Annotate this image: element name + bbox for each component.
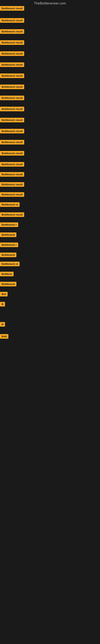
list-item[interactable]: Bottleneck result xyxy=(0,182,24,188)
list-item[interactable]: Bottleneck xyxy=(0,252,16,258)
list-item[interactable]: Bottleneck result xyxy=(0,84,24,90)
bottleneck-badge: Bottleneck result xyxy=(0,96,24,100)
list-item[interactable]: Bottleneck result xyxy=(0,51,24,57)
bottleneck-badge: Bottleneck result xyxy=(0,18,24,23)
site-title: TheBottlenecker.com xyxy=(0,0,100,7)
bottleneck-badge: Bottleneck result xyxy=(0,29,24,34)
list-item[interactable]: Bottleneck xyxy=(0,232,16,238)
bottleneck-badge: Bottleneck result xyxy=(0,129,24,134)
bottleneck-badge: Bottleneck r xyxy=(0,222,18,227)
bottleneck-badge: Bottleneck result xyxy=(0,140,24,144)
bottleneck-badge: Bottleneck re xyxy=(0,262,20,266)
list-item[interactable]: Bottleneck result xyxy=(0,62,24,68)
list-item[interactable]: Bottlene xyxy=(0,272,14,277)
bottleneck-badge: Bottlene xyxy=(0,272,14,276)
list-item[interactable]: Bottleneck result xyxy=(0,192,24,198)
bottleneck-badge: Bottleneck result xyxy=(0,172,24,177)
list-item[interactable]: Bott xyxy=(0,334,8,340)
list-item[interactable]: Bottleneck result xyxy=(0,40,24,46)
list-item[interactable]: Bottleneck r xyxy=(0,222,18,228)
list-item[interactable]: Bottleneck result xyxy=(0,212,24,218)
bottleneck-badge: Bottleneck result xyxy=(0,40,24,45)
list-item[interactable]: Bottleneck result xyxy=(0,96,24,101)
bottleneck-badge: Bottleneck result xyxy=(0,62,24,67)
bottleneck-badge: B xyxy=(0,322,5,327)
list-item[interactable]: Bottleneck result xyxy=(0,129,24,134)
bottleneck-badge: Bottleneck result xyxy=(0,84,24,89)
bottleneck-badge: Bottleneck result xyxy=(0,6,24,11)
list-item[interactable]: Bottleneck result xyxy=(0,107,24,112)
list-item[interactable]: Bottleneck re xyxy=(0,202,20,208)
list-item[interactable]: Bottleneck re xyxy=(0,262,20,267)
bottleneck-badge: Bottleneck result xyxy=(0,192,24,197)
list-item[interactable]: Bottleneck xyxy=(0,282,16,287)
list-item[interactable]: Bottleneck result xyxy=(0,151,24,156)
list-item[interactable]: Bottleneck result xyxy=(0,172,24,178)
bottleneck-badge: Bottleneck xyxy=(0,282,16,286)
list-item[interactable]: Bottleneck result xyxy=(0,18,24,24)
bottleneck-badge: Bot xyxy=(0,292,8,296)
list-item[interactable]: B xyxy=(0,322,5,328)
list-item[interactable]: Bottleneck result xyxy=(0,162,24,168)
list-item[interactable]: Bottleneck result xyxy=(0,29,24,34)
bottleneck-badge: Bottleneck result xyxy=(0,51,24,56)
bottleneck-badge: Bottleneck xyxy=(0,252,16,257)
list-item[interactable]: Bottleneck r xyxy=(0,242,18,248)
list-item[interactable]: Bot xyxy=(0,292,8,297)
list-item[interactable]: Bottleneck result xyxy=(0,140,24,145)
bottleneck-badge: Bottleneck result xyxy=(0,118,24,122)
bottleneck-badge: Bottleneck result xyxy=(0,151,24,156)
list-item[interactable]: Bottleneck result xyxy=(0,6,24,12)
bottleneck-badge: Bottleneck result xyxy=(0,182,24,187)
bottleneck-badge: Bottleneck r xyxy=(0,242,18,247)
bottleneck-badge: B xyxy=(0,302,5,306)
bottleneck-badge: Bottleneck result xyxy=(0,162,24,167)
bottleneck-badge: Bottleneck result xyxy=(0,212,24,217)
bottleneck-badge: Bott xyxy=(0,334,8,339)
bottleneck-badge: Bottleneck result xyxy=(0,107,24,111)
list-item[interactable]: Bottleneck result xyxy=(0,118,24,123)
bottleneck-badge: Bottleneck result xyxy=(0,74,24,78)
list-item[interactable]: Bottleneck result xyxy=(0,74,24,79)
bottleneck-badge: Bottleneck xyxy=(0,232,16,237)
list-item[interactable]: B xyxy=(0,302,5,307)
bottleneck-badge: Bottleneck re xyxy=(0,202,20,207)
